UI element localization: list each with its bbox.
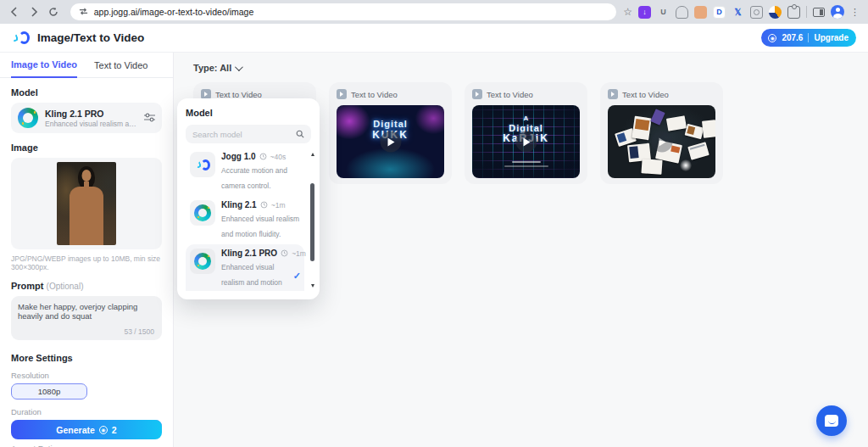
video-card[interactable]: Text to Video A Digital KaRJiK xyxy=(465,82,587,184)
model-dropdown: Model Jogg 1.0 ~40s Accurate motion and … xyxy=(177,98,320,299)
sphere-ext-icon[interactable] xyxy=(769,6,782,19)
screen: app.jogg.ai/image-or-text-to-video/image… xyxy=(0,0,868,447)
stats-ext-icon[interactable]: 𝕏 xyxy=(732,6,744,19)
side-panel-icon[interactable] xyxy=(813,8,825,17)
address-bar[interactable]: app.jogg.ai/image-or-text-to-video/image xyxy=(70,3,617,20)
uploaded-image xyxy=(57,162,116,245)
image-upload-area[interactable] xyxy=(11,158,162,249)
profile-avatar[interactable] xyxy=(831,5,844,19)
card-type-label: Text to Video xyxy=(215,90,262,99)
extensions-puzzle-icon[interactable] xyxy=(787,6,800,19)
duration-label: Duration xyxy=(11,407,162,416)
scroll-up-icon[interactable] xyxy=(311,153,314,156)
play-icon[interactable] xyxy=(651,131,672,153)
prompt-char-counter: 53 / 1500 xyxy=(125,327,154,336)
selected-model-name: Kling 2.1 PRO xyxy=(45,109,137,119)
prompt-section-label: Prompt (Optional) xyxy=(11,281,162,291)
scroll-down-icon[interactable] xyxy=(311,284,314,288)
mode-tabs: Image to Video Text to Video xyxy=(0,53,173,78)
bookmark-star-icon[interactable]: ☆ xyxy=(623,6,632,18)
more-settings-label: More Settings xyxy=(11,353,162,363)
play-icon[interactable] xyxy=(515,131,537,153)
thumbnail-caption-bar xyxy=(512,161,541,163)
model-dropdown-title: Model xyxy=(186,108,311,118)
card-type-label: Text to Video xyxy=(622,90,669,99)
card-type-label: Text to Video xyxy=(487,90,533,99)
toolbar-divider xyxy=(806,6,807,18)
chat-widget-button[interactable] xyxy=(816,405,847,436)
video-thumbnail[interactable]: A Digital KaRJiK xyxy=(472,105,580,178)
thumbnail-caption-bar xyxy=(504,165,548,167)
play-icon[interactable] xyxy=(380,131,401,153)
back-icon[interactable] xyxy=(8,5,21,19)
prompt-box: Make her happy, overjoy clapping heavily… xyxy=(11,296,162,340)
scrollbar-thumb[interactable] xyxy=(310,183,314,261)
upgrade-label[interactable]: Upgrade xyxy=(814,33,849,42)
notes-ext-icon[interactable] xyxy=(694,6,707,19)
clock-icon xyxy=(259,153,267,160)
model-settings-icon[interactable] xyxy=(144,110,155,126)
left-panel: Image to Video Text to Video Model Kling… xyxy=(0,53,174,447)
image-section-label: Image xyxy=(11,142,162,153)
resolution-option-1080p[interactable]: 1080p xyxy=(11,383,87,400)
forward-icon[interactable] xyxy=(28,5,41,19)
model-section-label: Model xyxy=(11,87,162,98)
type-filter[interactable]: Type: All xyxy=(193,63,868,73)
model-option-kling-2-1-pro[interactable]: Kling 2.1 PRO ~1m Enhanced visual realis… xyxy=(186,244,304,291)
tab-image-to-video[interactable]: Image to Video xyxy=(11,53,77,78)
chat-icon xyxy=(825,415,838,427)
app-header: Image/Text to Video ◉ 207.6 Upgrade xyxy=(0,24,868,53)
browser-menu-icon[interactable]: ⋮ xyxy=(850,7,860,18)
generate-cost-icon: ◉ xyxy=(99,426,108,434)
browser-toolbar: app.jogg.ai/image-or-text-to-video/image… xyxy=(0,0,868,24)
generate-label: Generate xyxy=(56,425,95,435)
video-thumbnail[interactable] xyxy=(608,105,715,178)
credits-upgrade-button[interactable]: ◉ 207.6 Upgrade xyxy=(761,29,856,47)
prompt-input[interactable]: Make her happy, overjoy clapping heavily… xyxy=(18,302,155,324)
download-ext-icon[interactable]: ↓ xyxy=(638,6,651,19)
generate-button[interactable]: Generate ◉ 2 xyxy=(11,420,162,439)
model-option-jogg-1-0[interactable]: Jogg 1.0 ~40s Accurate motion and camera… xyxy=(186,148,304,196)
generate-cost: 2 xyxy=(112,425,117,435)
dropdown-scrollbar[interactable] xyxy=(310,153,315,288)
kling-logo-icon xyxy=(190,249,215,274)
d-ext-icon[interactable]: D xyxy=(713,6,726,19)
model-list: Jogg 1.0 ~40s Accurate motion and camera… xyxy=(186,148,311,291)
credit-coin-icon: ◉ xyxy=(768,34,776,42)
model-selector[interactable]: Kling 2.1 PRO Enhanced visual realism an… xyxy=(11,103,162,133)
chevron-down-icon xyxy=(235,63,243,71)
resolution-label: Resolution xyxy=(11,371,162,380)
kling-logo-icon xyxy=(190,200,215,226)
search-icon xyxy=(296,130,304,138)
video-card[interactable]: Text to Video Digital KUKK xyxy=(329,82,452,184)
jogg-logo-icon xyxy=(190,152,215,177)
tab-text-to-video[interactable]: Text to Video xyxy=(94,53,147,78)
card-type-label: Text to Video xyxy=(351,90,398,99)
clock-icon xyxy=(260,201,268,209)
reload-icon[interactable] xyxy=(47,5,60,19)
model-option-kling-2-1[interactable]: Kling 2.1 ~1m Enhanced visual realism an… xyxy=(186,196,304,244)
video-card[interactable]: Text to Video xyxy=(600,82,723,184)
page-title: Image/Text to Video xyxy=(37,31,144,44)
ghost-ext-icon[interactable] xyxy=(676,6,688,19)
video-thumbnail[interactable]: Digital KUKK xyxy=(337,105,444,178)
model-search-input[interactable] xyxy=(192,130,291,139)
model-search[interactable] xyxy=(186,125,311,143)
credit-amount: 207.6 xyxy=(782,33,803,42)
text-to-video-icon xyxy=(337,89,347,99)
aspect-ratio-label: Aspect Ratio xyxy=(11,444,162,447)
light-glow xyxy=(680,159,692,171)
text-to-video-icon xyxy=(608,89,618,99)
pill-divider xyxy=(808,33,809,42)
type-filter-label: Type: All xyxy=(193,63,231,73)
camera-ext-icon[interactable] xyxy=(750,6,763,19)
jogg-logo-icon[interactable] xyxy=(12,31,30,44)
kling-logo-icon xyxy=(18,108,38,128)
selected-model-description: Enhanced visual realism and motion fluid… xyxy=(45,120,137,128)
u-ext-icon[interactable]: U xyxy=(657,6,670,19)
prompt-optional-label: (Optional) xyxy=(47,282,84,291)
site-info-icon[interactable] xyxy=(79,7,88,18)
check-icon: ✓ xyxy=(293,271,301,282)
text-to-video-icon xyxy=(472,89,482,99)
image-upload-hint: JPG/PNG/WEBP images up to 10MB, min size… xyxy=(11,254,162,271)
